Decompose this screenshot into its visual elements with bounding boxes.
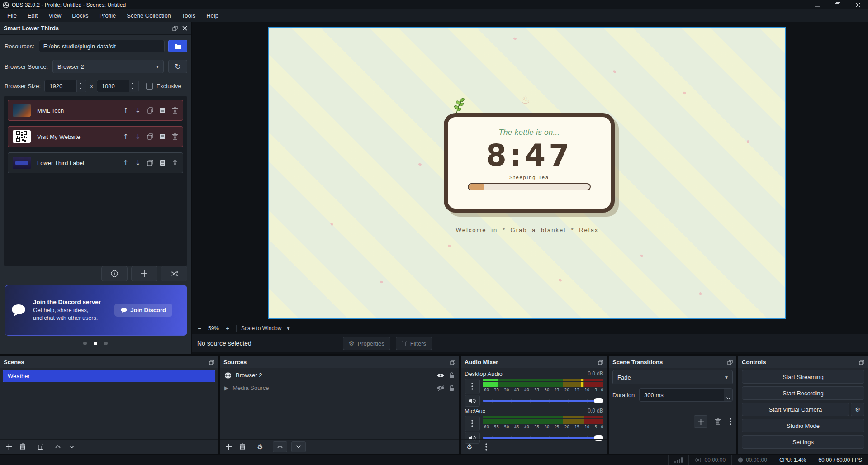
browser-source-select[interactable]: Browser 2 ▼ [52,60,164,73]
popout-dock-icon[interactable] [859,360,864,365]
spin-up-icon[interactable] [129,80,138,86]
scene-item-weather[interactable]: Weather [3,370,215,382]
scale-mode-label[interactable]: Scale to Window [241,325,281,332]
join-discord-button[interactable]: Join Discord [114,304,172,317]
scenes-dock-header[interactable]: Scenes [0,356,218,368]
restore-button[interactable] [827,0,848,9]
menu-profile[interactable]: Profile [94,9,121,22]
duplicate-icon[interactable] [147,133,153,140]
start-streaming-button[interactable]: Start Streaming [742,370,864,384]
minimize-button[interactable] [807,0,827,9]
script-icon[interactable] [160,160,166,166]
menu-tools[interactable]: Tools [176,9,201,22]
move-scene-down-button[interactable] [67,441,77,452]
remove-source-button[interactable] [237,441,247,452]
mixer-dock-header[interactable]: Audio Mixer [461,356,607,368]
start-virtual-camera-button[interactable]: Start Virtual Camera [742,403,849,416]
move-down-icon[interactable]: ↓ [135,133,141,141]
info-button[interactable] [101,266,128,281]
carousel-dot[interactable] [83,342,87,345]
browse-folder-button[interactable] [168,40,187,52]
transition-menu-button[interactable] [728,416,733,427]
duration-input[interactable] [640,389,724,401]
duplicate-icon[interactable] [147,160,153,166]
browser-height-input[interactable] [97,80,129,92]
move-down-icon[interactable]: ↓ [135,106,141,114]
studio-mode-button[interactable]: Studio Mode [742,419,864,432]
width-spin-arrows[interactable] [76,80,86,92]
unlock-icon[interactable] [449,372,455,379]
height-spin-arrows[interactable] [129,80,138,92]
chevron-down-icon[interactable]: ▼ [286,326,290,331]
discord-banner[interactable]: Join the Discord server Get help, share … [5,285,187,336]
channel-menu-button[interactable] [465,416,480,431]
start-recording-button[interactable]: Start Recording [742,386,864,400]
zoom-out-button[interactable]: − [195,325,204,332]
add-lower-third-button[interactable] [131,266,157,281]
move-up-icon[interactable]: ↑ [123,106,129,114]
filters-button[interactable]: Filters [396,337,432,350]
controls-dock-header[interactable]: Controls [738,356,868,368]
sources-dock-header[interactable]: Sources [220,356,459,368]
menu-help[interactable]: Help [201,9,224,22]
duration-spinbox[interactable] [639,388,733,402]
trash-icon[interactable] [172,133,178,140]
popout-dock-icon[interactable] [450,360,455,365]
add-transition-button[interactable] [694,415,707,428]
spin-up-icon[interactable] [724,389,732,395]
shuffle-button[interactable] [161,266,187,281]
lower-third-item-mml-tech[interactable]: MML Tech ↑ ↓ [8,100,183,121]
volume-slider-handle[interactable] [594,398,603,403]
refresh-button[interactable]: ↻ [168,60,187,73]
volume-slider[interactable] [483,398,603,404]
spin-down-icon[interactable] [724,395,732,401]
advanced-audio-gear-button[interactable]: ⚙ [465,441,474,452]
settings-button[interactable]: Settings [742,435,864,449]
browser-width-input[interactable] [45,80,76,92]
move-scene-up-button[interactable] [53,441,63,452]
unlock-icon[interactable] [449,384,455,391]
menu-view[interactable]: View [43,9,66,22]
move-source-down-button[interactable] [291,441,306,452]
remove-transition-button[interactable] [713,416,723,427]
scene-filters-button[interactable] [35,441,45,452]
resources-path-input[interactable] [39,40,165,52]
menu-scene-collection[interactable]: Scene Collection [121,9,176,22]
source-properties-gear-button[interactable]: ⚙ [255,441,265,452]
close-dock-icon[interactable] [182,26,187,31]
source-row-browser2[interactable]: Browser 2 [220,369,459,381]
transitions-dock-header[interactable]: Scene Transitions [609,356,736,368]
menu-file[interactable]: File [2,9,22,22]
popout-dock-icon[interactable] [598,360,603,365]
spin-down-icon[interactable] [77,86,86,92]
popout-dock-icon[interactable] [172,26,178,31]
zoom-in-button[interactable]: + [223,325,232,332]
move-up-icon[interactable]: ↑ [123,159,129,167]
lower-third-item-label[interactable]: Lower Third Label ↑ ↓ [8,152,183,173]
carousel-dot[interactable] [104,342,108,345]
spin-up-icon[interactable] [77,80,86,86]
remove-scene-button[interactable] [18,441,28,452]
lower-third-item-visit-website[interactable]: Visit My Website ↑ ↓ [8,126,183,147]
popout-dock-icon[interactable] [727,360,733,365]
visibility-eye-slash-icon[interactable] [436,385,445,391]
transition-select[interactable]: Fade ▼ [612,370,733,384]
slt-dock-header[interactable]: Smart Lower Thirds [0,22,191,35]
trash-icon[interactable] [172,107,178,114]
title-bar[interactable]: OBS 32.0.2 - Profile: Untitled - Scenes:… [0,0,868,9]
source-row-media-source[interactable]: ▶ Media Source [220,382,459,394]
mute-speaker-button[interactable] [465,395,480,407]
mixer-menu-button[interactable] [481,441,491,452]
browser-height-spinbox[interactable] [97,80,139,92]
popout-dock-icon[interactable] [209,360,214,365]
duplicate-icon[interactable] [147,107,153,114]
program-canvas[interactable]: ♨ The kettle is on... 8:47 Steeping Tea … [268,27,786,319]
spin-down-icon[interactable] [129,86,138,92]
move-up-icon[interactable]: ↑ [123,133,129,141]
carousel-dot-active[interactable] [94,342,97,345]
browser-width-spinbox[interactable] [44,80,86,92]
duration-spin-arrows[interactable] [724,389,732,401]
visibility-eye-icon[interactable] [436,373,445,378]
script-icon[interactable] [160,107,166,114]
menu-docks[interactable]: Docks [66,9,94,22]
